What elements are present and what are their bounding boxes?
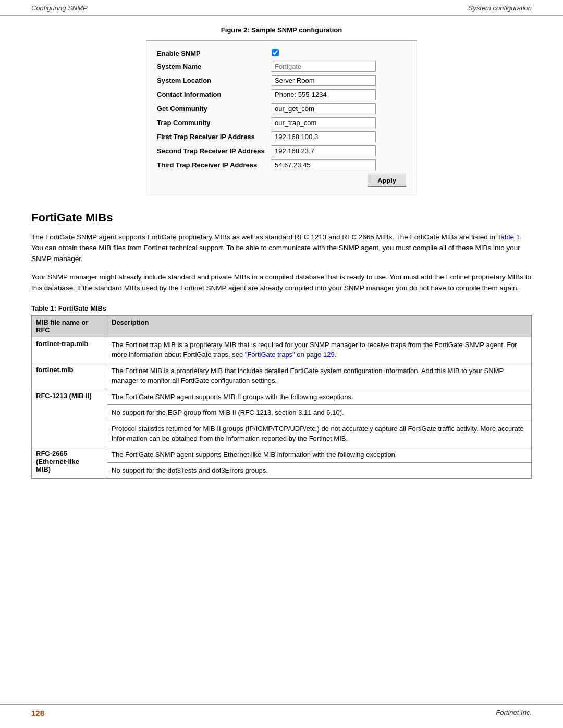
label-enable-snmp: Enable SNMP	[157, 50, 272, 57]
mib-name-fortinet: fortinet.mib	[32, 363, 107, 389]
mib-name-rfc1213: RFC-1213 (MIB II)	[32, 389, 107, 447]
value-trap3-ip	[272, 159, 406, 170]
snmp-row-trap1: First Trap Receiver IP Address	[157, 131, 406, 142]
table1-link[interactable]: Table 1	[497, 233, 520, 241]
snmp-row-get-community: Get Community	[157, 103, 406, 114]
snmp-row-sysname: System Name	[157, 61, 406, 72]
snmp-row-sysloc: System Location	[157, 75, 406, 86]
body-para2: Your SNMP manager might already include …	[31, 272, 532, 294]
apply-button[interactable]: Apply	[368, 175, 406, 187]
value-contact-info	[272, 89, 406, 100]
value-system-name	[272, 61, 406, 72]
apply-btn-row: Apply	[157, 175, 406, 187]
header-left: Configuring SNMP	[31, 4, 88, 12]
mib-name-rfc2665: RFC-2665(Ethernet-likeMIB)	[32, 447, 107, 478]
value-get-community	[272, 103, 406, 114]
label-trap3-ip: Third Trap Receiver IP Address	[157, 161, 272, 169]
mib-desc-trap: The Fortinet trap MIB is a proprietary M…	[107, 337, 532, 363]
company-name: Fortinet Inc.	[496, 709, 532, 718]
col-header-mib: MIB file name orRFC	[32, 315, 107, 337]
input-contact-info[interactable]	[272, 89, 376, 100]
content-area: Figure 2: Sample SNMP configuration Enab…	[0, 26, 563, 500]
mib-desc-rfc2665-2: No support for the dot3Tests and dot3Err…	[107, 463, 532, 479]
table-row: fortinet.mib The Fortinet MIB is a propr…	[32, 363, 532, 389]
table-header-row: MIB file name orRFC Description	[32, 315, 532, 337]
snmp-row-enable: Enable SNMP	[157, 49, 406, 58]
figure-caption: Figure 2: Sample SNMP configuration	[31, 26, 532, 34]
page-wrapper: Configuring SNMP System configuration Fi…	[0, 0, 563, 728]
snmp-row-trap2: Second Trap Receiver IP Address	[157, 145, 406, 156]
col-header-desc: Description	[107, 315, 532, 337]
value-enable-snmp	[272, 49, 406, 58]
input-trap2-ip[interactable]	[272, 145, 376, 156]
value-trap2-ip	[272, 145, 406, 156]
label-trap1-ip: First Trap Receiver IP Address	[157, 133, 272, 141]
label-get-community: Get Community	[157, 105, 272, 113]
mib-desc-rfc1213-2: No support for the EGP group from MIB II…	[107, 405, 532, 421]
input-get-community[interactable]	[272, 103, 376, 114]
snmp-config-box: Enable SNMP System Name System Location	[146, 40, 417, 195]
label-contact-info: Contact Information	[157, 91, 272, 98]
mib-desc-rfc1213-1: The FortiGate SNMP agent supports MIB II…	[107, 389, 532, 405]
table-row: RFC-2665(Ethernet-likeMIB) The FortiGate…	[32, 447, 532, 463]
page-footer: 128 Fortinet Inc.	[0, 704, 563, 718]
mib-desc-rfc2665-1: The FortiGate SNMP agent supports Ethern…	[107, 447, 532, 463]
value-trap1-ip	[272, 131, 406, 142]
page-number: 128	[31, 709, 44, 718]
label-system-name: System Name	[157, 63, 272, 70]
traps-link[interactable]: "FortiGate traps" on page 129	[245, 351, 335, 359]
checkbox-enable-snmp[interactable]	[272, 49, 279, 56]
header-right: System configuration	[469, 4, 532, 12]
mib-desc-rfc1213-3: Protocol statistics returned for MIB II …	[107, 421, 532, 447]
input-trap-community[interactable]	[272, 117, 376, 128]
mibs-table: MIB file name orRFC Description fortinet…	[31, 315, 532, 479]
input-system-name[interactable]	[272, 61, 376, 72]
input-system-location[interactable]	[272, 75, 376, 86]
label-trap2-ip: Second Trap Receiver IP Address	[157, 147, 272, 155]
body-para1: The FortiGate SNMP agent supports FortiG…	[31, 232, 532, 265]
value-system-location	[272, 75, 406, 86]
label-trap-community: Trap Community	[157, 119, 272, 127]
input-trap3-ip[interactable]	[272, 159, 376, 170]
snmp-row-trap3: Third Trap Receiver IP Address	[157, 159, 406, 170]
input-trap1-ip[interactable]	[272, 131, 376, 142]
page-header: Configuring SNMP System configuration	[0, 0, 563, 16]
snmp-row-trap-community: Trap Community	[157, 117, 406, 128]
mib-name-trap: fortinet-trap.mib	[32, 337, 107, 363]
value-trap-community	[272, 117, 406, 128]
label-system-location: System Location	[157, 77, 272, 84]
snmp-row-contact: Contact Information	[157, 89, 406, 100]
section-heading: FortiGate MIBs	[31, 211, 532, 225]
table-row: fortinet-trap.mib The Fortinet trap MIB …	[32, 337, 532, 363]
mib-desc-fortinet: The Fortinet MIB is a proprietary MIB th…	[107, 363, 532, 389]
table-caption: Table 1: FortiGate MIBs	[31, 304, 532, 312]
table-row: RFC-1213 (MIB II) The FortiGate SNMP age…	[32, 389, 532, 405]
